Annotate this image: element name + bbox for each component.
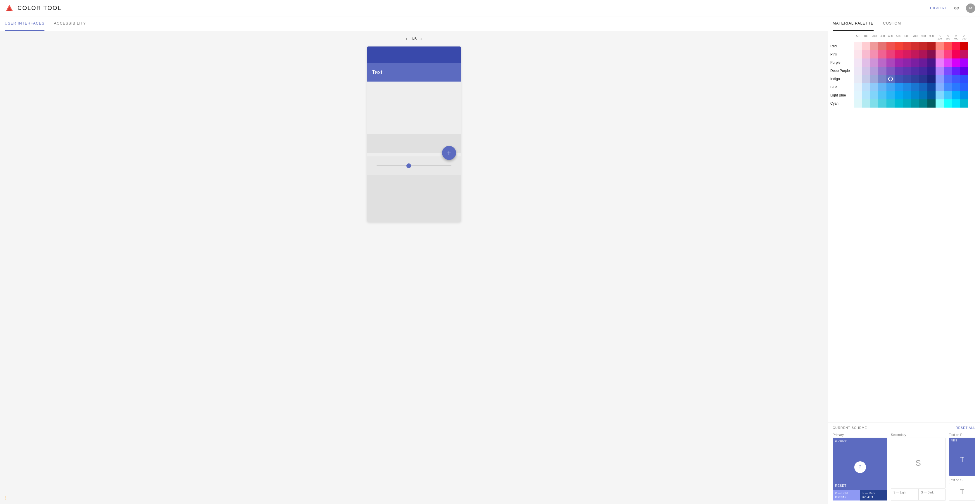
- swatch-6-11[interactable]: [944, 91, 952, 99]
- swatch-6-8[interactable]: [919, 91, 928, 99]
- swatch-3-3[interactable]: [878, 67, 886, 75]
- swatch-5-7[interactable]: [911, 83, 919, 91]
- swatch-4-0[interactable]: [854, 75, 862, 83]
- swatch-7-2[interactable]: [870, 99, 878, 108]
- swatch-3-8[interactable]: [919, 67, 928, 75]
- swatch-5-1[interactable]: [862, 83, 870, 91]
- swatch-2-5[interactable]: [895, 59, 903, 67]
- swatch-2-13[interactable]: [960, 59, 968, 67]
- swatch-3-4[interactable]: [886, 67, 895, 75]
- swatch-4-12[interactable]: [952, 75, 960, 83]
- swatch-1-12[interactable]: [952, 50, 960, 59]
- tab-user-interfaces[interactable]: USER INTERFACES: [5, 16, 45, 31]
- swatch-7-12[interactable]: [952, 99, 960, 108]
- swatch-3-7[interactable]: [911, 67, 919, 75]
- swatch-1-8[interactable]: [919, 50, 928, 59]
- swatch-5-0[interactable]: [854, 83, 862, 91]
- secondary-dark-card[interactable]: S — Dark: [918, 489, 945, 501]
- swatch-0-9[interactable]: [928, 42, 935, 50]
- swatch-1-11[interactable]: [944, 50, 952, 59]
- swatch-5-6[interactable]: [903, 83, 911, 91]
- swatch-2-4[interactable]: [886, 59, 895, 67]
- swatch-5-5[interactable]: [895, 83, 903, 91]
- swatch-0-8[interactable]: [919, 42, 928, 50]
- swatch-3-5[interactable]: [895, 67, 903, 75]
- swatch-4-4[interactable]: [886, 75, 895, 83]
- swatch-6-4[interactable]: [886, 91, 895, 99]
- swatch-2-1[interactable]: [862, 59, 870, 67]
- swatch-7-5[interactable]: [895, 99, 903, 108]
- swatch-2-9[interactable]: [928, 59, 935, 67]
- secondary-main[interactable]: S: [891, 438, 945, 488]
- swatch-3-11[interactable]: [944, 67, 952, 75]
- swatch-6-10[interactable]: [935, 91, 944, 99]
- swatch-1-7[interactable]: [911, 50, 919, 59]
- swatch-0-2[interactable]: [870, 42, 878, 50]
- tab-accessibility[interactable]: ACCESSIBILITY: [54, 16, 86, 31]
- text-on-p-main[interactable]: #ffffff T: [949, 438, 975, 475]
- swatch-2-11[interactable]: [944, 59, 952, 67]
- primary-dark-card[interactable]: P — Dark #26418f: [860, 490, 887, 501]
- swatch-7-1[interactable]: [862, 99, 870, 108]
- slider-thumb[interactable]: [406, 164, 411, 168]
- swatch-2-10[interactable]: [935, 59, 944, 67]
- secondary-light-card[interactable]: S — Light: [891, 489, 918, 501]
- swatch-3-0[interactable]: [854, 67, 862, 75]
- swatch-0-1[interactable]: [862, 42, 870, 50]
- swatch-5-9[interactable]: [928, 83, 935, 91]
- swatch-0-7[interactable]: [911, 42, 919, 50]
- swatch-6-13[interactable]: [960, 91, 968, 99]
- swatch-1-3[interactable]: [878, 50, 886, 59]
- swatch-3-12[interactable]: [952, 67, 960, 75]
- swatch-5-4[interactable]: [886, 83, 895, 91]
- swatch-7-3[interactable]: [878, 99, 886, 108]
- swatch-2-8[interactable]: [919, 59, 928, 67]
- fab-button[interactable]: +: [442, 146, 456, 160]
- swatch-5-13[interactable]: [960, 83, 968, 91]
- swatch-7-9[interactable]: [928, 99, 935, 108]
- swatch-1-10[interactable]: [935, 50, 944, 59]
- primary-main[interactable]: #5c6bc0 P RESET: [833, 438, 887, 490]
- swatch-6-0[interactable]: [854, 91, 862, 99]
- swatch-4-13[interactable]: [960, 75, 968, 83]
- swatch-1-5[interactable]: [895, 50, 903, 59]
- swatch-1-1[interactable]: [862, 50, 870, 59]
- swatch-1-6[interactable]: [903, 50, 911, 59]
- swatch-4-10[interactable]: [935, 75, 944, 83]
- primary-reset-button[interactable]: RESET: [835, 484, 846, 487]
- swatch-5-8[interactable]: [919, 83, 928, 91]
- swatch-0-5[interactable]: [895, 42, 903, 50]
- swatch-1-9[interactable]: [928, 50, 935, 59]
- text-on-s-main[interactable]: T: [949, 483, 975, 501]
- swatch-6-9[interactable]: [928, 91, 935, 99]
- swatch-4-3[interactable]: [878, 75, 886, 83]
- swatch-7-0[interactable]: [854, 99, 862, 108]
- swatch-3-10[interactable]: [935, 67, 944, 75]
- swatch-5-11[interactable]: [944, 83, 952, 91]
- swatch-4-5[interactable]: [895, 75, 903, 83]
- swatch-3-9[interactable]: [928, 67, 935, 75]
- next-page-button[interactable]: ›: [420, 36, 422, 42]
- swatch-0-6[interactable]: [903, 42, 911, 50]
- swatch-7-4[interactable]: [886, 99, 895, 108]
- swatch-4-8[interactable]: [919, 75, 928, 83]
- tab-material-palette[interactable]: MATERIAL PALETTE: [833, 16, 873, 31]
- reset-all-button[interactable]: RESET ALL: [956, 426, 975, 429]
- swatch-6-7[interactable]: [911, 91, 919, 99]
- swatch-6-2[interactable]: [870, 91, 878, 99]
- swatch-2-12[interactable]: [952, 59, 960, 67]
- swatch-6-6[interactable]: [903, 91, 911, 99]
- swatch-4-7[interactable]: [911, 75, 919, 83]
- swatch-0-3[interactable]: [878, 42, 886, 50]
- swatch-5-2[interactable]: [870, 83, 878, 91]
- swatch-3-6[interactable]: [903, 67, 911, 75]
- swatch-4-2[interactable]: [870, 75, 878, 83]
- swatch-3-13[interactable]: [960, 67, 968, 75]
- swatch-6-1[interactable]: [862, 91, 870, 99]
- swatch-7-7[interactable]: [911, 99, 919, 108]
- swatch-6-3[interactable]: [878, 91, 886, 99]
- swatch-7-10[interactable]: [935, 99, 944, 108]
- swatch-0-11[interactable]: [944, 42, 952, 50]
- prev-page-button[interactable]: ‹: [406, 36, 407, 42]
- swatch-6-5[interactable]: [895, 91, 903, 99]
